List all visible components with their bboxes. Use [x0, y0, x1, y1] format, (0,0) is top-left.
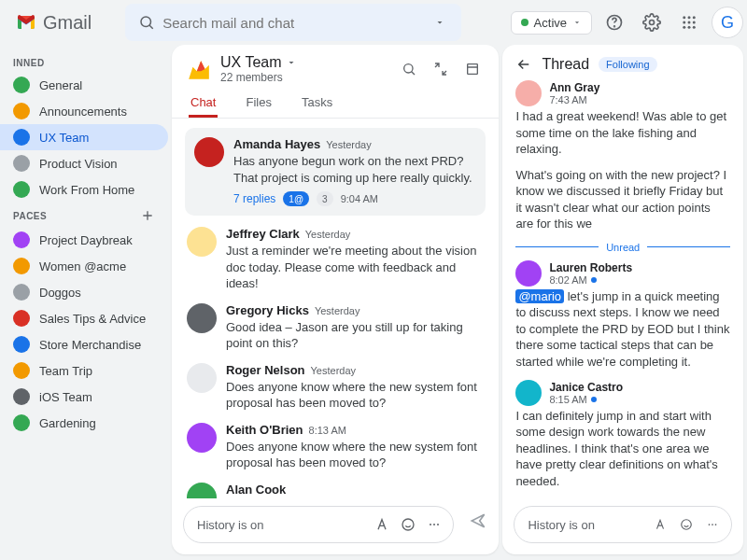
- sidebar-item-label: iOS Team: [39, 390, 92, 404]
- space-avatar-icon: [13, 388, 30, 405]
- space-title[interactable]: UX Team: [220, 54, 282, 71]
- chat-message[interactable]: Gregory HicksYesterdayGood idea – Jason …: [185, 298, 486, 357]
- status-chip[interactable]: Active: [511, 11, 592, 35]
- popout-button[interactable]: [459, 56, 486, 82]
- reply-time: 9:04 AM: [341, 193, 378, 204]
- sidebar-item[interactable]: iOS Team: [0, 384, 168, 410]
- more-icon[interactable]: [421, 517, 447, 532]
- thread-back-button[interactable]: [515, 56, 532, 73]
- avatar: [187, 363, 217, 393]
- gmail-logo[interactable]: Gmail: [7, 11, 99, 34]
- sidebar-item[interactable]: Gardening: [0, 410, 168, 436]
- sidebar: INNED GeneralAnnouncementsUX TeamProduct…: [0, 45, 168, 560]
- send-button[interactable]: [469, 511, 487, 530]
- thread-message[interactable]: Lauren Roberts8:02 AM @mario let's jump …: [515, 260, 730, 371]
- add-space-button[interactable]: [140, 208, 155, 223]
- sidebar-item-label: Sales Tips & Advice: [39, 312, 146, 326]
- format-icon[interactable]: [369, 517, 395, 532]
- sidebar-item[interactable]: Work From Home: [0, 176, 168, 203]
- svg-point-15: [402, 519, 414, 530]
- space-members[interactable]: 22 members: [220, 71, 297, 84]
- avatar: [515, 260, 542, 287]
- sidebar-item[interactable]: Project Daybreak: [0, 227, 168, 253]
- more-icon[interactable]: [699, 518, 726, 531]
- space-avatar-icon: [13, 155, 30, 172]
- svg-point-12: [693, 26, 696, 29]
- apps-button[interactable]: [674, 7, 704, 37]
- sidebar-item[interactable]: Announcements: [0, 98, 168, 124]
- sidebar-item-label: Announcements: [39, 105, 127, 119]
- thread-text: I had a great weekend! Was able to get s…: [515, 108, 730, 158]
- sidebar-item-label: Project Daybreak: [39, 233, 133, 247]
- sidebar-item-label: Doggos: [39, 286, 81, 300]
- thread-message[interactable]: Janice Castro8:15 AM I can definitely ju…: [515, 380, 730, 490]
- thread-text: What's going on with the new project? I …: [515, 167, 730, 232]
- search-dropdown-icon[interactable]: [424, 17, 456, 28]
- tab-files[interactable]: Files: [244, 90, 273, 118]
- space-avatar-icon: [13, 77, 30, 93]
- search-bar[interactable]: [125, 4, 461, 41]
- thread-time: 8:15 AM: [549, 394, 623, 405]
- pinned-section-label: INNED: [13, 58, 45, 68]
- message-time: Yesterday: [305, 229, 351, 240]
- thread-messages: Ann Gray7:43 AM I had a great weekend! W…: [502, 80, 743, 498]
- sidebar-item[interactable]: Store Merchandise: [0, 331, 168, 357]
- chat-composer[interactable]: History is on: [183, 506, 454, 543]
- pinned-message[interactable]: Amanda HayesYesterday Has anyone begun w…: [185, 128, 486, 216]
- tab-tasks[interactable]: Tasks: [300, 90, 334, 118]
- collapse-button[interactable]: [428, 56, 454, 82]
- thread-text: I can definitely jump in and start with …: [515, 408, 730, 490]
- settings-button[interactable]: [637, 7, 667, 37]
- svg-point-6: [693, 16, 696, 19]
- chat-message[interactable]: Alan Cook: [185, 477, 486, 498]
- svg-point-3: [650, 21, 655, 25]
- sidebar-item[interactable]: Doggos: [0, 279, 168, 305]
- unread-divider: Unread: [606, 242, 640, 253]
- format-icon[interactable]: [647, 518, 673, 531]
- sidebar-item-label: General: [39, 78, 82, 92]
- chat-message[interactable]: Jeffrey ClarkYesterdayJust a reminder we…: [185, 221, 486, 298]
- thread-title: Thread: [542, 56, 589, 73]
- emoji-icon[interactable]: [673, 518, 699, 531]
- sidebar-item[interactable]: Team Trip: [0, 357, 168, 384]
- message-author: Roger Nelson: [226, 363, 305, 377]
- sidebar-item[interactable]: General: [0, 72, 168, 98]
- sidebar-item[interactable]: Sales Tips & Advice: [0, 305, 168, 331]
- unread-badge: 3: [317, 191, 333, 206]
- replies-link[interactable]: 7 replies: [233, 192, 275, 205]
- sidebar-item[interactable]: Product Vision: [0, 150, 168, 176]
- chat-panel: UX Team 22 members Chat Files Tasks: [172, 45, 499, 554]
- svg-point-8: [688, 21, 691, 24]
- search-input[interactable]: [162, 15, 424, 31]
- space-avatar-icon: [13, 414, 30, 431]
- app-name: Gmail: [43, 12, 92, 34]
- space-avatar-icon: [13, 181, 30, 198]
- mention[interactable]: @mario: [515, 289, 564, 303]
- search-icon: [131, 14, 162, 31]
- following-chip[interactable]: Following: [599, 57, 656, 72]
- sidebar-item-label: UX Team: [39, 131, 89, 145]
- thread-composer[interactable]: History is on: [514, 506, 732, 543]
- app-header: Gmail Active G: [0, 0, 747, 45]
- svg-point-9: [693, 21, 696, 24]
- gmail-icon: [15, 11, 37, 34]
- sidebar-item[interactable]: UX Team: [0, 124, 168, 150]
- sidebar-item-label: Product Vision: [39, 157, 118, 171]
- svg-point-5: [688, 16, 691, 19]
- emoji-icon[interactable]: [395, 517, 421, 532]
- avatar: [194, 137, 224, 167]
- account-avatar[interactable]: G: [712, 7, 743, 38]
- thread-time: 8:02 AM: [549, 274, 632, 286]
- chat-message[interactable]: Keith O'Brien8:13 AMDoes anyone know whe…: [185, 417, 486, 477]
- chat-message[interactable]: Roger NelsonYesterdayDoes anyone know wh…: [185, 357, 486, 417]
- avatar: [515, 80, 542, 106]
- sidebar-item[interactable]: Women @acme: [0, 253, 168, 279]
- space-search-button[interactable]: [396, 56, 422, 82]
- space-avatar-icon: [13, 310, 30, 327]
- chevron-down-icon[interactable]: [286, 57, 297, 68]
- help-button[interactable]: [599, 7, 629, 37]
- message-time: Yesterday: [311, 365, 357, 376]
- message-time: 8:13 AM: [309, 425, 346, 436]
- thread-panel: Thread Following Ann Gray7:43 AM I had a…: [502, 45, 743, 554]
- tab-chat[interactable]: Chat: [189, 90, 218, 118]
